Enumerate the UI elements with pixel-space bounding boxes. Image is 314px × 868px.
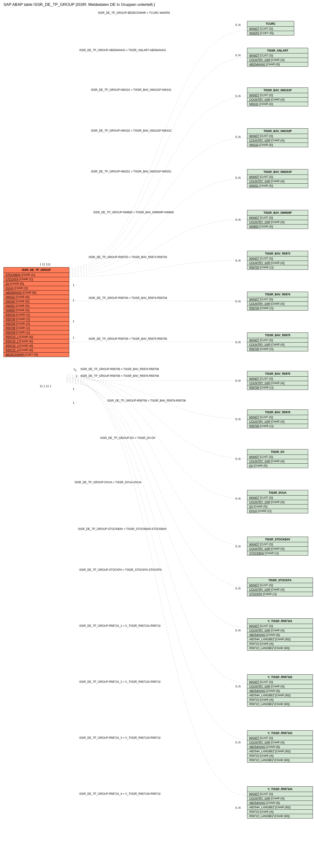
field-name: COUNTRY_VAR: [249, 343, 270, 346]
field-type: [CHAR (4)]: [270, 588, 285, 591]
field-name: MANDT: [249, 377, 259, 380]
relation-label: ISSR_DE_TP_GROUP-R59704 = TISSR_BAV_R597…: [89, 296, 167, 300]
field-type: [CHAR (6)]: [265, 801, 280, 805]
cardinality-label: 1: [73, 283, 74, 287]
field-type: [CHAR (4)]: [270, 302, 285, 305]
cardinality-label: 1: [73, 320, 74, 323]
table-row: ABS54AVAG [CHAR (6)]: [247, 62, 308, 66]
relation-label: ISSR_DE_TP_GROUP-NW102 = TISSR_BAV_NW102…: [91, 129, 171, 132]
table-row: R59708 [CHAR (1)]: [4, 331, 69, 335]
table-row: R59703 [CHAR (1)]: [4, 313, 69, 317]
field-type: [CHAR (4)]: [270, 180, 285, 183]
field-type: [CHAR (4)]: [270, 220, 285, 224]
cardinality-label: 1: [73, 336, 74, 339]
related-table: TISSR_BAV_R5976MANDT [CLNT (3)]COUNTRY_V…: [247, 371, 308, 390]
field-type: [CLNT (3)]: [259, 175, 273, 179]
related-table: V_TISSR_R597101MANDT [CLNT (3)]COUNTRY_V…: [247, 618, 313, 651]
field-name: DVUA: [249, 509, 257, 513]
relation-label: ISSR_DE_TP_GROUP-R59708 = TISSR_BAV_R597…: [107, 399, 186, 402]
field-type: [CHAR (5)]: [15, 300, 29, 303]
table-row: DV [CHAR (5)]: [247, 504, 308, 509]
cardinality-label: 0..N: [236, 379, 241, 382]
field-name: MANDT: [249, 793, 259, 796]
field-type: [CHAR (60)]: [274, 806, 290, 809]
field-type: [CLNT (3)]: [259, 298, 273, 301]
field-type: [CHAR (1)]: [15, 327, 30, 330]
table-name: TISSR_BAV_R5978: [247, 410, 308, 415]
related-table: TISSR_BAV_R5973MANDT [CLNT (3)]COUNTRY_V…: [247, 251, 308, 270]
relation-edge: [66, 97, 247, 271]
relation-label: ISSR_DE_TP_GROUP-R59710_4 = V_TISSR_R597…: [79, 792, 161, 796]
field-name: MANDT: [249, 54, 259, 57]
relation-label: ISSR_DE_TP_GROUP-DVUA = TISSR_DVUA-DVUA: [75, 480, 141, 484]
table-row: ABS54AVAG [CHAR (6)]: [247, 745, 313, 749]
field-name: COUNTRY_VAR: [249, 741, 270, 744]
table-row: MANDT [CLNT (3)]: [247, 624, 313, 628]
table-row: ABS54AVAG [CHAR (6)]: [4, 290, 69, 295]
table-row: R59710 [CHAR (4)]: [247, 642, 313, 646]
table-row: ABS54AVAG [CHAR (6)]: [247, 801, 313, 805]
relation-label: ISSR_DE_TP_GROUP-R59708 = TISSR_BAV_R597…: [80, 374, 159, 377]
table-row: COUNTRY_VAR [CHAR (4)]: [247, 684, 313, 689]
table-name: TISSR_ANLART: [247, 48, 308, 54]
field-type: [CHAR (1)]: [264, 552, 279, 555]
table-row: BEDECKWHR [CUKY (5)]: [4, 352, 69, 357]
field-name: R59710: [249, 698, 259, 702]
field-type: [CLNT (3)]: [259, 377, 273, 380]
field-name: MANDT: [249, 216, 259, 219]
field-name: MANDT: [249, 736, 259, 740]
table-row: COUNTRY_VAR [CHAR (4)]: [247, 796, 313, 801]
table-name: TISSR_BAV_NW102P: [247, 129, 308, 134]
table-row: ABS54A_LANGBEZ [CHAR (60)]: [247, 749, 313, 754]
table-row: NW102 [CHAR (5)]: [4, 299, 69, 304]
field-name: R59710: [249, 754, 259, 757]
field-name: R59706: [249, 386, 259, 389]
cardinality-label: 1: [73, 401, 74, 404]
table-name: TCURC: [247, 21, 294, 27]
field-name: DV: [249, 505, 253, 508]
table-row: R59710_1 [CHAR (4)]: [4, 335, 69, 339]
field-name: STOCKFA: [6, 278, 19, 281]
table-row: COUNTRY_VAR [CHAR (4)]: [247, 58, 308, 62]
field-type: [CHAR (2)]: [257, 509, 271, 513]
relation-label: ISSR_DE_TP_GROUP-ABS54AVAG = TISSR_ANLAR…: [79, 49, 166, 52]
field-name: ABS54AVAG: [249, 801, 265, 805]
field-type: [CHAR (4)]: [258, 225, 273, 228]
field-name: ABS54AVAG: [6, 291, 22, 294]
field-name: R59710_LANGBEZ: [249, 647, 274, 650]
table-row: NW600 [CHAR (4)]: [4, 308, 69, 313]
field-type: [CHAR (4)]: [270, 261, 285, 265]
field-type: [CHAR (1)]: [15, 313, 30, 316]
table-row: COUNTRY_VAR [CHAR (4)]: [247, 459, 308, 464]
table-row: COUNTRY_VAR [CHAR (4)]: [247, 220, 308, 224]
field-type: [CHAR (4)]: [15, 296, 29, 299]
field-name: COUNTRY_VAR: [249, 547, 270, 551]
relation-edge: [66, 138, 247, 273]
field-type: [CLNT (3)]: [259, 216, 273, 219]
main-table: ISSR_DE_TP_GROUPSTOCKBAV [CHAR (1)]STOCK…: [3, 267, 69, 357]
table-row: MANDT [CLNT (3)]: [247, 496, 308, 500]
field-name: BEDECKWHR: [6, 353, 24, 356]
field-name: STOCKBAV: [249, 552, 264, 555]
table-row: MANDT [CLNT (3)]: [247, 175, 308, 179]
cardinality-label: 1: [75, 369, 77, 372]
field-type: [CLNT (3)]: [259, 584, 273, 587]
relation-label: ISSR_DE_TP_GROUP-R59710_1 = V_TISSR_R597…: [79, 624, 161, 627]
table-row: R59706 [CHAR (1)]: [247, 385, 308, 390]
field-name: R59706: [6, 327, 15, 330]
field-type: [CHAR (6)]: [22, 291, 36, 294]
field-type: [CHAR (4)]: [270, 741, 285, 744]
field-type: [CHAR (6)]: [265, 689, 280, 692]
cardinality-label: 0..N: [236, 457, 241, 461]
table-row: NW101 [CHAR (4)]: [4, 295, 69, 299]
table-row: MANDT [CLNT (3)]: [247, 93, 308, 97]
table-row: MANDT [CLNT (3)]: [247, 54, 308, 58]
table-name: TISSR_DV: [247, 450, 308, 455]
table-row: R59710_LANGBEZ [CHAR (60)]: [247, 758, 313, 762]
field-type: [CUKY (5)]: [24, 353, 38, 356]
field-name: R59705: [6, 322, 15, 325]
table-row: COUNTRY_VAR [CHAR (4)]: [247, 138, 308, 143]
field-type: [CLNT (3)]: [259, 54, 273, 57]
related-table: TISSR_BAV_R5975MANDT [CLNT (3)]COUNTRY_V…: [247, 333, 308, 351]
related-table: TISSR_DVMANDT [CLNT (3)]COUNTRY_VAR [CHA…: [247, 449, 308, 468]
